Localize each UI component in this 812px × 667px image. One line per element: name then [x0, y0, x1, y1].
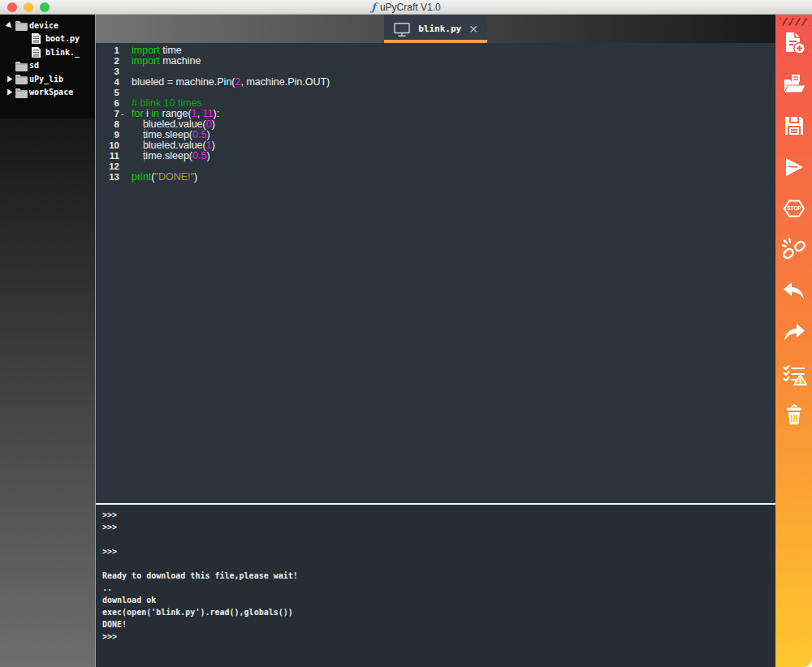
editor-line-11[interactable]: 11 time.sleep(0.5) — [96, 151, 775, 161]
line-number: 12 — [96, 161, 132, 172]
tree-item-label: blink._ — [45, 48, 80, 57]
tab-label: blink.py — [418, 24, 461, 34]
tree-item-label: sd — [29, 61, 39, 70]
clear-button[interactable] — [780, 403, 808, 431]
syntax-check-button[interactable] — [780, 362, 808, 389]
disclosure-triangle-icon[interactable] — [3, 88, 15, 97]
editor-column: blink.py ✕ 1import time2import machine34… — [96, 15, 775, 667]
console-line: .. — [102, 582, 775, 594]
code-text: print("DONE!") — [132, 172, 197, 183]
folder-icon — [15, 60, 29, 71]
console-line: >>> — [102, 521, 775, 533]
line-number: 4 — [96, 77, 132, 88]
clear-icon — [781, 402, 807, 432]
tree-item-device[interactable]: device — [0, 19, 95, 32]
folder-icon — [15, 19, 29, 31]
disclosure-triangle-icon[interactable] — [3, 21, 15, 30]
stop-button[interactable]: STOP — [780, 196, 808, 224]
line-number: 9 — [96, 130, 132, 140]
console-line: download ok — [102, 594, 775, 606]
disclosure-triangle-icon[interactable] — [3, 75, 15, 84]
console-line: >>> — [102, 630, 775, 643]
toolbar: STOP — [775, 15, 812, 667]
new-file-icon — [781, 30, 807, 59]
file-icon — [31, 32, 45, 45]
upycraft-window: ƒ uPyCraft V1.0 deviceboot.pyblink._sduP… — [0, 0, 812, 667]
redo-button[interactable] — [780, 321, 808, 348]
line-number: 5 — [96, 88, 132, 98]
file-icon — [31, 46, 45, 58]
tree-item-label: workSpace — [29, 88, 73, 97]
folder-icon — [15, 73, 29, 84]
tree-item-label: boot.py — [45, 34, 80, 43]
tree-item-boot-py[interactable]: boot.py — [0, 32, 95, 46]
console-line — [102, 557, 775, 570]
line-number: 11 — [96, 151, 132, 161]
line-number: 13 — [96, 172, 132, 183]
undo-icon — [781, 278, 807, 308]
console-line: Ready to download this file,please wait! — [102, 570, 775, 582]
console-line — [102, 533, 775, 545]
download-run-button[interactable] — [780, 155, 808, 183]
console-line: exec(open('blink.py').read(),globals()) — [102, 606, 775, 618]
console-line: DONE! — [102, 618, 775, 630]
code-text: time.sleep(0.5) — [132, 151, 210, 161]
save-file-icon — [781, 113, 807, 142]
repl-console[interactable]: >>> >>> >>> Ready to download this file,… — [96, 505, 775, 667]
close-tab-icon[interactable]: ✕ — [469, 24, 478, 35]
line-number: 1 — [96, 45, 132, 56]
window-title: ƒ uPyCraft V1.0 — [0, 1, 812, 13]
tree-item-label: device — [29, 21, 58, 30]
console-line: >>> — [102, 509, 775, 521]
tree-item-sd[interactable]: sd — [0, 59, 95, 73]
app-logo-icon: ƒ — [371, 1, 376, 13]
line-number: 3 — [96, 67, 132, 77]
fold-marker-icon[interactable]: - — [121, 109, 124, 119]
line-number: 7 — [96, 109, 132, 119]
tab-bar: blink.py ✕ — [96, 15, 775, 43]
code-text: import machine — [132, 56, 201, 67]
line-number: 6 — [96, 98, 132, 109]
stop-icon: STOP — [781, 196, 807, 225]
undo-button[interactable] — [780, 279, 808, 307]
connect-button[interactable] — [780, 238, 808, 265]
file-tree-sidebar: deviceboot.pyblink._sduPy_libworkSpace — [0, 15, 96, 667]
active-tab-underline — [384, 40, 487, 43]
indent-guide — [144, 151, 145, 161]
file-tree: deviceboot.pyblink._sduPy_libworkSpace — [0, 15, 95, 118]
toolbar-zigzag-decoration — [780, 18, 809, 26]
window-title-text: uPyCraft V1.0 — [380, 2, 441, 13]
connect-icon — [781, 237, 807, 266]
editor-line-12[interactable]: 12 — [96, 161, 775, 172]
line-number: 2 — [96, 56, 132, 67]
svg-text:STOP: STOP — [787, 205, 801, 211]
tree-item-blink-[interactable]: blink._ — [0, 45, 95, 59]
editor-line-4[interactable]: 4blueled = machine.Pin(2, machine.Pin.OU… — [96, 77, 775, 88]
tree-item-label: uPy_lib — [29, 75, 63, 84]
save-file-button[interactable] — [780, 114, 808, 141]
new-file-button[interactable] — [780, 31, 808, 58]
line-number: 8 — [96, 119, 132, 130]
editor-line-2[interactable]: 2import machine — [96, 56, 775, 67]
download-run-icon — [781, 154, 807, 183]
code-text: blueled = machine.Pin(2, machine.Pin.OUT… — [132, 77, 330, 88]
code-editor[interactable]: 1import time2import machine34blueled = m… — [96, 43, 775, 503]
syntax-check-icon — [781, 361, 807, 390]
redo-icon — [781, 320, 807, 349]
sidebar-empty-area — [0, 118, 95, 667]
main-area: deviceboot.pyblink._sduPy_libworkSpace b… — [0, 15, 812, 667]
open-file-icon — [781, 71, 807, 101]
editor-line-13[interactable]: 13print("DONE!") — [96, 172, 775, 183]
folder-icon — [15, 87, 29, 98]
tree-item-workspace[interactable]: workSpace — [0, 86, 95, 100]
open-file-button[interactable] — [780, 72, 808, 100]
line-number: 10 — [96, 140, 132, 151]
tree-item-upy-lib[interactable]: uPy_lib — [0, 72, 95, 86]
console-line: >>> — [102, 545, 775, 557]
tab-blink-py[interactable]: blink.py ✕ — [384, 15, 487, 43]
monitor-icon — [393, 21, 411, 37]
title-bar: ƒ uPyCraft V1.0 — [0, 0, 812, 15]
